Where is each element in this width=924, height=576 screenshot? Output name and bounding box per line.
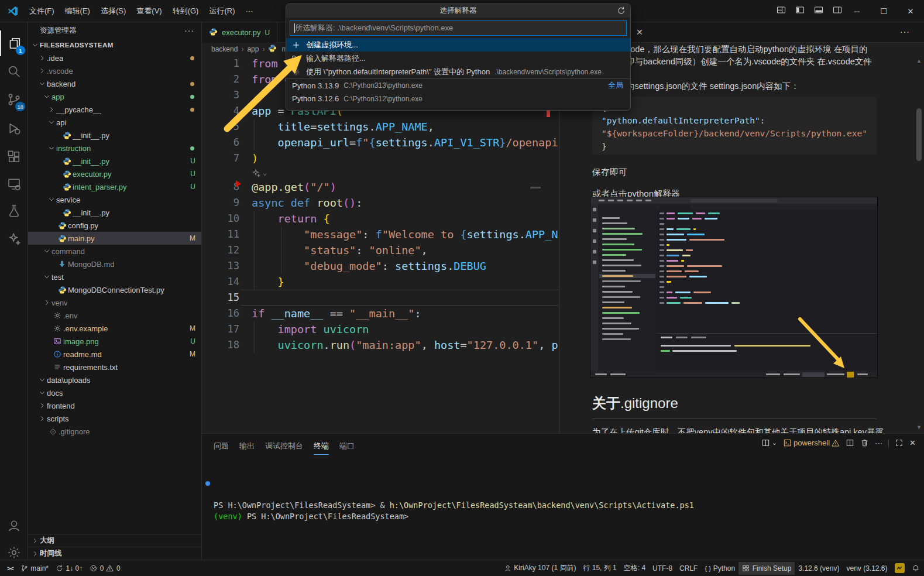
tree-item-test[interactable]: test <box>28 270 201 283</box>
menu-item-5[interactable]: 运行(R) <box>204 4 240 18</box>
tree-item-data-uploads[interactable]: data\uploads <box>28 373 201 386</box>
quickpick-item-badge[interactable]: 全局 <box>608 80 623 91</box>
activitybar-ai-assistant[interactable] <box>0 226 28 252</box>
outline-section[interactable]: 大纲 <box>28 534 201 547</box>
tree-item--pycache-[interactable]: __pycache__ <box>28 103 201 116</box>
inline-chat-sparkle-icon[interactable]: ⌄ <box>252 166 267 179</box>
breadcrumb-item-0[interactable]: backend <box>211 45 238 53</box>
menu-item-3[interactable]: 查看(V) <box>131 4 167 18</box>
statusbar-cursor-position[interactable]: 行 15, 列 1 <box>579 562 620 575</box>
statusbar-python-interpreter[interactable]: 3.12.6 (venv) <box>795 562 843 575</box>
maximize-panel-icon[interactable] <box>895 438 904 447</box>
tree-item--gitignore[interactable]: .gitignore <box>28 425 201 438</box>
tree-item-service[interactable]: service <box>28 193 201 206</box>
terminal-output[interactable]: PS H:\OwnProject\FilesReadSysteam> & h:\… <box>214 467 694 522</box>
activitybar-extensions[interactable] <box>0 144 28 170</box>
breadcrumb-item-1[interactable]: app <box>247 45 259 53</box>
layout-customize-icon[interactable] <box>777 5 786 17</box>
statusbar-finish-setup[interactable]: Finish Setup <box>738 562 795 575</box>
explorer-more-actions[interactable]: ··· <box>184 26 194 35</box>
statusbar-gitlens-blame[interactable]: KiriAky 107 (1 周前) <box>500 562 580 575</box>
statusbar-eol[interactable]: CRLF <box>676 562 701 575</box>
activitybar-remote-explorer[interactable] <box>0 171 28 197</box>
menu-item-6[interactable]: ··· <box>240 4 258 18</box>
kill-terminal-icon[interactable] <box>860 438 869 447</box>
tree-item-command[interactable]: command <box>28 245 201 258</box>
preview-scrollbar[interactable] <box>916 108 922 161</box>
terminal-profile[interactable]: powershell <box>783 438 840 447</box>
tree-item--init-py[interactable]: __init__.py <box>28 206 201 219</box>
layout-sidebar-left-icon[interactable] <box>795 5 805 17</box>
statusbar-problems[interactable]: 00 <box>86 562 123 575</box>
terminal-more-icon[interactable]: ··· <box>875 438 882 447</box>
command-decoration-icon[interactable] <box>205 481 210 486</box>
statusbar-encoding[interactable]: UTF-8 <box>649 562 676 575</box>
statusbar-language-mode[interactable]: { }Python <box>701 562 738 575</box>
quickpick-item-2[interactable]: 使用 \"python.defaultInterpreterPath\" 设置中… <box>286 65 630 78</box>
activitybar-search[interactable] <box>0 59 28 84</box>
quickpick-item-1[interactable]: 输入解释器路径... <box>286 52 630 65</box>
quickpick-item-0[interactable]: 创建虚拟环境... <box>286 38 630 52</box>
editor-scrollbar-thumb[interactable] <box>530 187 541 188</box>
interpreter-search-input[interactable] <box>290 20 627 36</box>
scroll-down-icon[interactable]: ▼ <box>916 424 922 430</box>
activitybar-explorer[interactable]: 1 <box>0 30 28 56</box>
tree-item--idea[interactable]: .idea <box>28 52 201 64</box>
tree-item--env[interactable]: .env <box>28 309 201 322</box>
activitybar-testing[interactable] <box>0 198 28 224</box>
activitybar-account[interactable] <box>0 513 28 539</box>
menu-item-0[interactable]: 文件(F) <box>24 4 60 18</box>
statusbar-python-env[interactable]: venv (3.12.6) <box>843 562 891 575</box>
tree-item--vscode[interactable]: .vscode <box>28 64 201 77</box>
panel-tab-3[interactable]: 终端 <box>314 437 329 455</box>
tab-close-icon[interactable]: ✕ <box>636 28 643 37</box>
refresh-icon[interactable] <box>617 6 626 17</box>
tabbar-more-actions[interactable]: ··· <box>900 27 910 36</box>
new-terminal-icon[interactable]: ⌄ <box>761 438 777 447</box>
statusbar-git-branch[interactable]: main* <box>17 562 52 575</box>
tree-item-intent-parser-py[interactable]: intent_parser.pyU <box>28 180 201 193</box>
tab-executor-py[interactable]: executor.py U <box>202 22 277 43</box>
statusbar-extension-status[interactable] <box>891 562 908 575</box>
tree-item-image-png[interactable]: image.pngU <box>28 335 201 348</box>
quickpick-item-3[interactable]: Python 3.13.9C:\Python313\python.exe全局 <box>286 78 630 92</box>
menu-item-1[interactable]: 编辑(E) <box>60 4 95 18</box>
tree-item-docs[interactable]: docs <box>28 386 201 399</box>
tree-item-scripts[interactable]: scripts <box>28 412 201 425</box>
tree-item-instruction[interactable]: instruction <box>28 142 201 155</box>
layout-panel-icon[interactable] <box>814 5 823 17</box>
scroll-up-icon[interactable]: ▲ <box>916 58 922 64</box>
tree-item-backend[interactable]: backend <box>28 77 201 90</box>
tree-item-main-py[interactable]: main.pyM <box>28 232 201 245</box>
close-panel-icon[interactable]: ✕ <box>909 438 916 447</box>
quickpick-item-4[interactable]: Python 3.12.6C:\Python312\python.exe <box>286 92 630 105</box>
statusbar-indentation[interactable]: 空格: 4 <box>620 562 649 575</box>
tree-item-config-py[interactable]: config.py <box>28 219 201 232</box>
tree-item-requirements-txt[interactable]: requirements.txt <box>28 361 201 373</box>
tree-item--init-py[interactable]: __init__.pyU <box>28 155 201 167</box>
statusbar-notifications[interactable] <box>908 562 923 575</box>
activitybar-source-control[interactable]: 10 <box>0 87 28 112</box>
maximize-button[interactable]: ☐ <box>870 0 897 22</box>
panel-tab-1[interactable]: 输出 <box>239 437 255 455</box>
split-terminal-icon[interactable] <box>846 438 854 447</box>
tree-item-mongodb-md[interactable]: MongoDB.md <box>28 258 201 270</box>
tree-item-app[interactable]: app <box>28 90 201 103</box>
tree-item-api[interactable]: api <box>28 116 201 129</box>
tree-root-filesreadsysteam[interactable]: FILESREADSYSTEAM <box>28 39 201 52</box>
tree-item-readme-md[interactable]: readme.mdM <box>28 348 201 361</box>
panel-tab-2[interactable]: 调试控制台 <box>265 437 303 455</box>
panel-tab-4[interactable]: 端口 <box>339 437 355 455</box>
code-editor[interactable]: 1from fastapi import FastAPI2from config… <box>202 56 558 433</box>
statusbar-remote-indicator[interactable]: >< <box>4 562 17 575</box>
layout-sidebar-right-icon[interactable] <box>833 5 842 17</box>
tree-item-frontend[interactable]: frontend <box>28 399 201 412</box>
menu-item-4[interactable]: 转到(G) <box>167 4 204 18</box>
minimize-button[interactable]: ─ <box>843 0 870 22</box>
menu-item-2[interactable]: 选择(S) <box>95 4 131 18</box>
tree-item-executor-py[interactable]: executor.pyU <box>28 167 201 180</box>
statusbar-git-sync[interactable]: 1↓ 0↑ <box>52 562 86 575</box>
timeline-section[interactable]: 时间线 <box>28 547 201 560</box>
close-button[interactable]: ✕ <box>897 0 924 22</box>
tree-item-venv[interactable]: venv <box>28 296 201 309</box>
